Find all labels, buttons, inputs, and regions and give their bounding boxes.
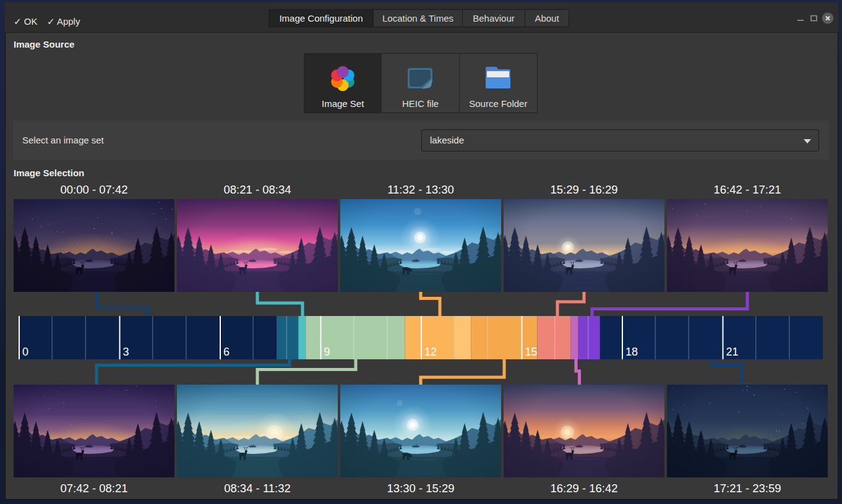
svg-text:21: 21 <box>726 346 739 358</box>
svg-text:9: 9 <box>324 346 330 358</box>
svg-text:18: 18 <box>625 346 638 358</box>
svg-text:0: 0 <box>22 346 28 358</box>
svg-text:6: 6 <box>223 346 230 358</box>
svg-text:12: 12 <box>424 346 437 358</box>
svg-text:15: 15 <box>525 346 538 358</box>
svg-text:3: 3 <box>123 346 129 358</box>
